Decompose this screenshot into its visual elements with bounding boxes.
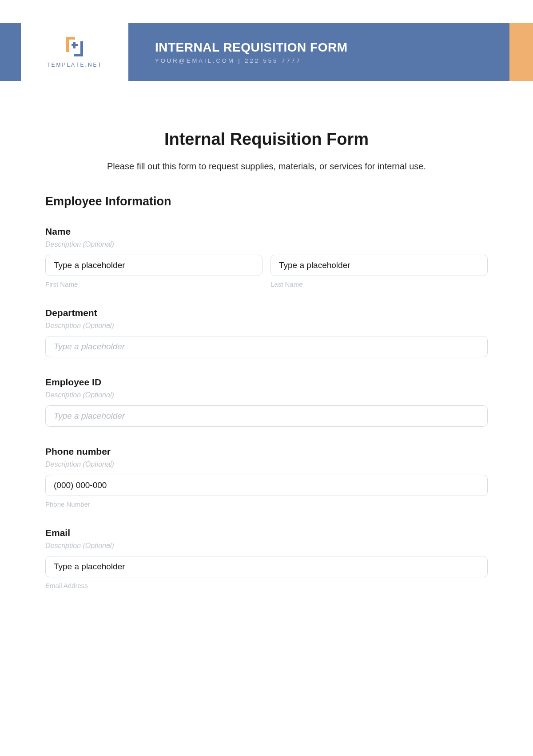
form-intro: Please fill out this form to request sup… (45, 161, 488, 172)
field-employee-id: Employee ID Description (Optional) (45, 377, 488, 427)
first-name-input[interactable] (45, 255, 263, 276)
form-content: Internal Requisition Form Please fill ou… (0, 81, 533, 589)
logo-text: TEMPLATE.NET (47, 62, 103, 68)
section-employee-info: Employee Information (45, 195, 488, 208)
field-name: Name Description (Optional) First Name L… (45, 226, 488, 288)
email-input[interactable] (45, 556, 488, 577)
field-phone: Phone number Description (Optional) Phon… (45, 446, 488, 508)
banner-main: INTERNAL REQUISITION FORM YOUR@EMAIL.COM… (128, 23, 509, 81)
form-title: Internal Requisition Form (45, 130, 488, 149)
email-sublabel: Email Address (45, 582, 488, 589)
banner-right-accent (509, 23, 533, 81)
employee-id-label: Employee ID (45, 377, 488, 388)
phone-desc: Description (Optional) (45, 460, 488, 468)
email-desc: Description (Optional) (45, 542, 488, 550)
department-input[interactable] (45, 336, 488, 357)
first-name-sublabel: First Name (45, 280, 263, 288)
field-department: Department Description (Optional) (45, 308, 488, 357)
banner-left-accent (0, 23, 21, 81)
phone-label: Phone number (45, 446, 488, 457)
name-label: Name (45, 226, 488, 237)
employee-id-input[interactable] (45, 405, 488, 427)
logo-icon (62, 36, 88, 57)
department-desc: Description (Optional) (45, 322, 488, 330)
header-banner: TEMPLATE.NET INTERNAL REQUISITION FORM Y… (0, 23, 533, 81)
phone-sublabel: Phone Number (45, 500, 488, 508)
email-label: Email (45, 528, 488, 538)
field-email: Email Description (Optional) Email Addre… (45, 528, 488, 589)
svg-rect-1 (73, 42, 76, 48)
employee-id-desc: Description (Optional) (45, 391, 488, 399)
phone-input[interactable] (45, 475, 488, 496)
department-label: Department (45, 308, 488, 318)
last-name-sublabel: Last Name (270, 280, 488, 288)
logo-area: TEMPLATE.NET (21, 23, 128, 81)
last-name-input[interactable] (270, 255, 488, 276)
banner-contact: YOUR@EMAIL.COM | 222 555 7777 (155, 57, 509, 64)
name-desc: Description (Optional) (45, 240, 488, 248)
banner-title: INTERNAL REQUISITION FORM (155, 40, 509, 55)
